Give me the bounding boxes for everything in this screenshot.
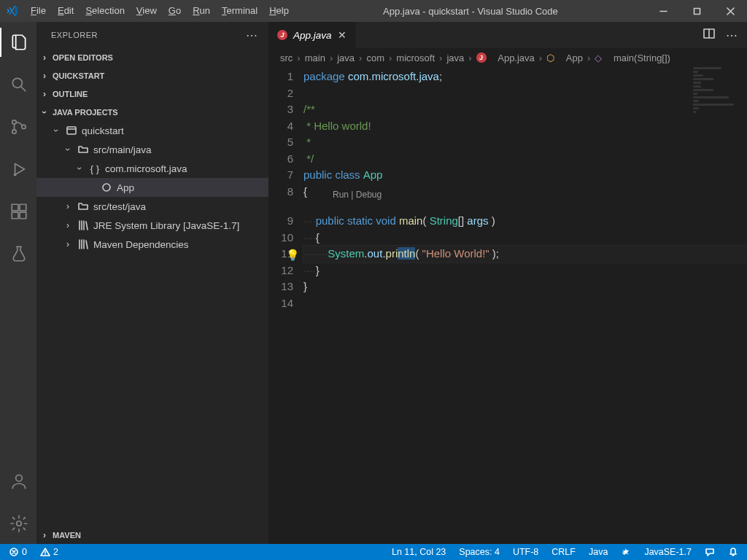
status-spaces[interactable]: Spaces: 4 [456, 547, 503, 557]
breadcrumb-part[interactable]: java [337, 52, 355, 63]
split-editor-icon[interactable] [703, 27, 716, 43]
minimize-button[interactable] [646, 0, 680, 22]
tree-project[interactable]: ›quickstart [36, 121, 268, 140]
breadcrumb-method[interactable]: main(String[]) [614, 52, 670, 63]
code-line[interactable]: ····} [303, 262, 747, 279]
statusbar: 0 2 Ln 11, Col 23 Spaces: 4 UTF-8 CRLF J… [0, 544, 747, 560]
testing-activity[interactable] [0, 239, 36, 268]
breadcrumb-file[interactable]: App.java [498, 52, 535, 63]
chevron-right-icon: › [39, 52, 50, 63]
more-actions-icon[interactable]: ⋯ [726, 28, 738, 42]
breadcrumb-part[interactable]: src [280, 52, 293, 63]
extensions-activity[interactable] [0, 197, 36, 226]
section-outline[interactable]: ›OUTLINE [36, 85, 268, 103]
status-java-ready-icon[interactable] [618, 547, 634, 557]
menu-terminal[interactable]: Terminal [216, 0, 263, 22]
status-language[interactable]: Java [586, 547, 611, 557]
code-line[interactable]: *·Hello·world! [303, 118, 747, 135]
tree-src-main[interactable]: ›src/main/java [36, 140, 268, 159]
chevron-right-icon: › [439, 52, 442, 63]
sidebar: EXPLORER ⋯ ›OPEN EDITORS ›QUICKSTART ›OU… [36, 22, 268, 544]
line-number: 5 [268, 134, 293, 151]
line-number: 3 [268, 101, 293, 118]
scm-activity[interactable] [0, 112, 36, 141]
tab-app-java[interactable]: J App.java ✕ [268, 22, 356, 48]
breadcrumb-part[interactable]: com [366, 52, 384, 63]
tree-jre[interactable]: ›JRE System Library [JavaSE-1.7] [36, 216, 268, 235]
tree-maven-deps[interactable]: ›Maven Dependencies [36, 235, 268, 254]
status-jdk[interactable]: JavaSE-1.7 [641, 547, 694, 557]
breadcrumb-part[interactable]: java [446, 52, 464, 63]
sidebar-more-icon[interactable]: ⋯ [246, 28, 258, 42]
status-feedback-icon[interactable] [702, 547, 718, 557]
chevron-right-icon: › [297, 52, 300, 63]
project-icon [66, 125, 77, 136]
status-lncol[interactable]: Ln 11, Col 23 [389, 547, 449, 557]
java-file-icon: J [476, 52, 487, 63]
codelens[interactable]: Run | Debug [333, 187, 382, 203]
tree-package[interactable]: ›{ }com.microsoft.java [36, 159, 268, 178]
chevron-right-icon: › [63, 220, 73, 230]
code-line[interactable]: * [303, 134, 747, 151]
gutter: 1234567891011121314 [268, 67, 303, 544]
maximize-button[interactable] [680, 0, 713, 22]
menu-file[interactable]: FFileile [25, 0, 52, 22]
activity-bar [0, 22, 36, 544]
code-line[interactable] [303, 295, 747, 312]
titlebar: FFileile Edit Selection View Go Run Term… [0, 0, 747, 22]
menu-view[interactable]: View [131, 0, 163, 22]
tree-src-test[interactable]: ›src/test/java [36, 197, 268, 216]
section-quickstart[interactable]: ›QUICKSTART [36, 67, 268, 85]
code-editor[interactable]: 1234567891011121314 package com.microsof… [268, 67, 747, 544]
svg-point-1 [12, 78, 22, 88]
library-icon [77, 219, 89, 231]
close-button[interactable] [713, 0, 747, 22]
breadcrumb[interactable]: src›main›java›com›microsoft›java›J App.j… [268, 48, 747, 67]
status-bell-icon[interactable] [725, 547, 741, 557]
status-eol[interactable]: CRLF [549, 547, 578, 557]
svg-rect-8 [20, 212, 26, 219]
menu-run[interactable]: Run [187, 0, 216, 22]
tree-app[interactable]: App [36, 178, 268, 197]
menu-selection[interactable]: Selection [80, 0, 130, 22]
settings-activity[interactable] [0, 509, 36, 538]
tab-close-icon[interactable]: ✕ [338, 29, 347, 41]
menu-go[interactable]: Go [163, 0, 187, 22]
section-open-editors[interactable]: ›OPEN EDITORS [36, 49, 268, 66]
code-line[interactable]: ····{ [303, 230, 747, 246]
folder-icon [77, 201, 89, 212]
code-line[interactable] [303, 85, 747, 102]
breadcrumb-part[interactable]: microsoft [396, 52, 435, 63]
codelens-run[interactable]: Run [333, 190, 349, 200]
breadcrumb-part[interactable]: main [305, 52, 325, 63]
code-line[interactable]: /** [303, 101, 747, 118]
code-line[interactable]: package com.microsoft.java; [303, 69, 747, 85]
menu-edit[interactable]: Edit [52, 0, 80, 22]
explorer-activity[interactable] [0, 28, 36, 57]
menu-help[interactable]: Help [263, 0, 295, 22]
status-warnings[interactable]: 2 [37, 547, 61, 557]
lightbulb-icon[interactable]: 💡 [286, 247, 300, 264]
code-line[interactable]: */ [303, 151, 747, 168]
code-content[interactable]: package com.microsoft.java;/** *·Hello·w… [303, 67, 747, 544]
code-line[interactable]: public·class·App [303, 167, 747, 184]
section-java-projects[interactable]: ›JAVA PROJECTS [36, 104, 268, 121]
chevron-right-icon: › [39, 530, 50, 540]
code-line[interactable]: ····public·static·void·main(·String[]·ar… [303, 213, 747, 230]
code-line[interactable]: 💡········System.out.println(·"Hello·Worl… [303, 246, 747, 262]
code-line[interactable]: } [303, 279, 747, 295]
editor-tabs: J App.java ✕ ⋯ [268, 22, 747, 48]
line-number: 12 [268, 262, 293, 279]
status-encoding[interactable]: UTF-8 [510, 547, 541, 557]
chevron-right-icon: › [359, 52, 362, 63]
minimap[interactable] [693, 67, 744, 111]
section-maven[interactable]: ›MAVEN [36, 526, 268, 544]
codelens-debug[interactable]: Debug [356, 190, 382, 200]
chevron-right-icon: › [330, 52, 333, 63]
debug-activity[interactable] [0, 155, 36, 184]
accounts-activity[interactable] [0, 467, 36, 496]
search-activity[interactable] [0, 70, 36, 99]
status-errors[interactable]: 0 [6, 547, 30, 557]
breadcrumb-class[interactable]: App [566, 52, 583, 63]
tab-label: App.java [293, 30, 332, 41]
